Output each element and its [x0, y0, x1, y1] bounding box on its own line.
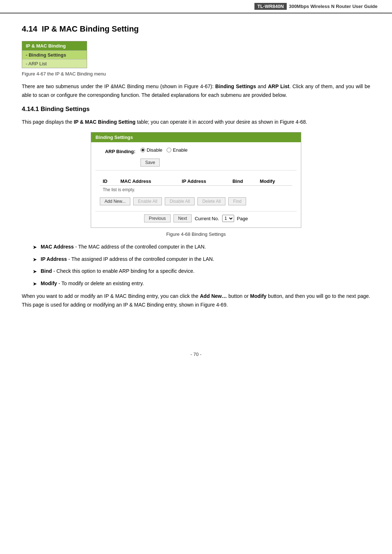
save-button[interactable]: Save [140, 159, 160, 167]
col-id: ID [100, 177, 118, 186]
arp-binding-label: ARP Binding: [95, 149, 135, 154]
col-modify: Modify [257, 177, 292, 186]
radio-disable[interactable]: Disable [140, 147, 162, 153]
col-mac: MAC Address [118, 177, 179, 186]
arp-binding-section: ARP Binding: Disable Enable [95, 147, 297, 167]
arp-binding-row: ARP Binding: Disable Enable [95, 147, 297, 171]
binding-settings-body: ARP Binding: Disable Enable [91, 142, 301, 227]
find-button[interactable]: Find [228, 197, 246, 205]
table-section: ID MAC Address IP Address Bind Modify Th… [95, 174, 297, 208]
previous-button[interactable]: Previous [144, 214, 171, 222]
menu-header: IP & MAC Binding [22, 41, 87, 50]
table-header-row: ID MAC Address IP Address Bind Modify [100, 177, 292, 186]
save-btn-row: Save [140, 159, 297, 167]
enable-label: Enable [173, 147, 187, 153]
table-empty-row: The list is empty. [100, 186, 292, 194]
binding-table: ID MAC Address IP Address Bind Modify Th… [100, 177, 292, 194]
delete-all-button[interactable]: Delete All [197, 197, 225, 205]
bullet-arrow-ip: ➤ [33, 255, 37, 263]
bullet-arrow-modify: ➤ [33, 280, 37, 288]
sidebar-menu: IP & MAC Binding - Binding Settings - AR… [22, 41, 87, 68]
menu-item-binding-settings[interactable]: - Binding Settings [22, 50, 87, 59]
section-title: 4.14 IP & MAC Binding Setting [22, 24, 370, 34]
figure67-caption: Figure 4-67 the IP & MAC Binding menu [22, 71, 370, 77]
bullet-arrow-mac: ➤ [33, 243, 37, 251]
bullet-modify: ➤ Modify - To modify or delete an existi… [33, 279, 370, 288]
action-buttons-row: Add New... Enable All Disable All Delete… [100, 197, 292, 205]
bold-ip-mac: IP & MAC Binding Setting [74, 119, 135, 125]
bullet-bind: ➤ Bind - Check this option to enable ARP… [33, 267, 370, 275]
intro-paragraph: There are two submenus under the IP &MAC… [22, 82, 370, 100]
radio-group: Disable Enable [140, 147, 188, 153]
radio-enable[interactable]: Enable [167, 147, 187, 153]
bold-arp-list: ARP List [268, 83, 289, 89]
enable-all-button[interactable]: Enable All [133, 197, 162, 205]
binding-settings-header: Binding Settings [91, 132, 301, 142]
bold-modify: Modify [250, 293, 266, 299]
menu-item-arp-list[interactable]: - ARP List [22, 59, 87, 68]
pagination-row: Previous Next Current No. 1 Page [95, 211, 297, 224]
page-header: TL-WR840N 300Mbps Wireless N Router User… [0, 0, 392, 13]
disable-label: Disable [147, 147, 162, 153]
header-subtitle: 300Mbps Wireless N Router User Guide [289, 4, 377, 9]
figure68-caption: Figure 4-68 Binding Settings [22, 231, 370, 237]
add-new-button[interactable]: Add New... [100, 197, 130, 205]
page-number: - 70 - [191, 352, 201, 357]
current-no-label: Current No. [195, 216, 219, 221]
bullet-arrow-bind: ➤ [33, 267, 37, 275]
empty-message: The list is empty. [100, 186, 292, 194]
col-bind: Bind [229, 177, 257, 186]
model-name: TL-WR840N [254, 3, 287, 10]
disable-all-button[interactable]: Disable All [165, 197, 195, 205]
bold-binding-settings: Binding Settings [215, 83, 256, 89]
footer-paragraph: When you want to add or modify an IP & M… [22, 292, 370, 309]
bullet-mac: ➤ MAC Address - The MAC address of the c… [33, 243, 370, 251]
bullet-ip: ➤ IP Address - The assigned IP address o… [33, 255, 370, 263]
page-label: Page [237, 216, 248, 221]
binding-settings-panel: Binding Settings ARP Binding: Disable [91, 132, 301, 228]
page-footer: - 70 - [0, 352, 392, 364]
bold-add-new: Add New… [200, 293, 227, 299]
radio-disable-circle[interactable] [140, 148, 145, 152]
col-ip: IP Address [179, 177, 230, 186]
subsection-title: 4.14.1 Binding Settings [22, 106, 370, 113]
subsection-body: This page displays the IP & MAC Binding … [22, 118, 370, 127]
page-select[interactable]: 1 [222, 215, 234, 222]
radio-enable-circle[interactable] [167, 148, 171, 152]
bullet-list: ➤ MAC Address - The MAC address of the c… [33, 243, 370, 288]
page-content: 4.14 IP & MAC Binding Setting IP & MAC B… [0, 13, 392, 337]
next-button[interactable]: Next [173, 214, 192, 222]
